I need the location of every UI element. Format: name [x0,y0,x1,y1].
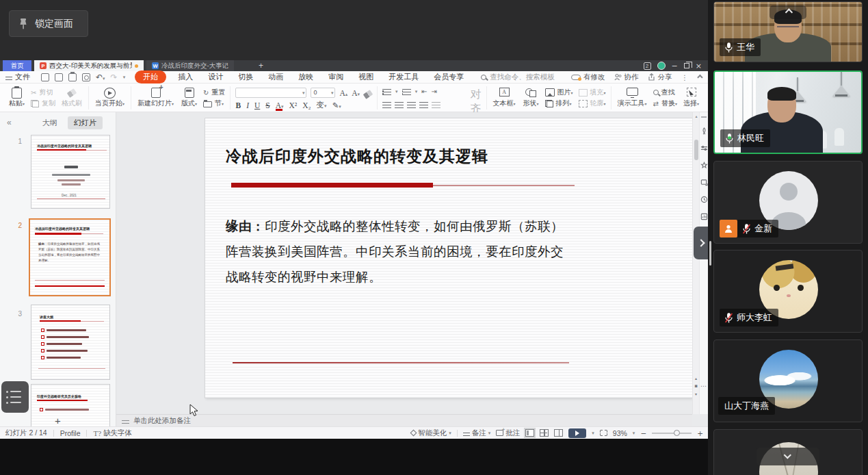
collapse-panel-button[interactable]: « [0,118,18,127]
zoom-options-icon[interactable]: ▾ [633,431,635,436]
print-icon[interactable] [68,73,77,81]
subscript-button[interactable]: X₂ [302,101,311,110]
participant-tile-shidalihong[interactable]: 师大李虹 [713,250,863,333]
participant-tile-shandadinghaiyan[interactable]: 山大丁海燕 [713,339,863,422]
zoom-slider-knob[interactable] [674,430,680,436]
distribute-button[interactable] [432,101,440,108]
increase-font-icon[interactable]: A▴ [339,89,347,97]
text-box-button[interactable]: A 文本框▾ [492,86,517,110]
replace-button[interactable]: ⇄ 替换▾ [653,99,677,108]
reading-view-button[interactable] [554,429,563,437]
tab-document-pptx[interactable]: P 西交大-印美关系的发展与前景.pptx [34,60,144,71]
vertical-scrollbar[interactable]: ▴ ▴ ▪ ▾ [692,112,699,414]
menu-transition[interactable]: 切换 [231,72,261,82]
print-preview-icon[interactable] [82,73,90,81]
minimize-button[interactable]: − [672,62,678,70]
next-slide-icon[interactable]: ▾ [695,391,697,396]
sync-status[interactable]: 有修改 [571,73,605,82]
zoom-out-button[interactable]: − [640,429,646,437]
reset-button[interactable]: ↻ 重置 [203,88,225,97]
slideshow-play-button[interactable] [568,428,586,438]
slide-thumbnail-1[interactable]: 冷战后印度外交战略的转变及其逻辑 Dec., 2021 [31,135,110,209]
scroll-up-icon[interactable]: ▴ [694,114,699,118]
undo-icon[interactable]: ↶▾ [96,73,105,82]
layout-button[interactable]: 版式▾ [180,86,198,110]
slide-thumbnail-2-selected[interactable]: 冷战后印度外交战略的转变及其逻辑 缘由：印度外交战略的整体性转变，如何由俄罗斯（… [29,218,111,296]
collapse-strip-button[interactable] [770,5,806,19]
close-button[interactable]: × [696,62,702,70]
rocket-icon[interactable] [700,127,708,135]
tab-document-docx[interactable]: W 冷战后印度外交-大事记.docx [146,60,234,71]
align-left-button[interactable] [382,101,391,108]
new-document-icon[interactable] [41,73,49,81]
collapse-ribbon-icon[interactable] [697,74,702,79]
shapes-button[interactable]: 形状▾ [522,86,540,110]
outline-tab[interactable]: 大纲 [36,116,64,129]
align-center-button[interactable] [395,101,404,108]
zoom-slider[interactable] [652,433,692,434]
floating-annotation-widget[interactable] [1,381,29,413]
slide-canvas[interactable]: 冷战后印度外交战略的转变及其逻辑 缘由：印度外交战略的整体性转变，如何由俄罗斯（… [116,112,692,414]
slide-sorter-view-button[interactable] [540,429,549,437]
superscript-button[interactable]: X² [289,101,298,110]
scrollbar-thumb[interactable] [694,140,698,160]
normal-view-button[interactable] [525,429,534,437]
strip-handle-icon[interactable] [701,116,707,118]
more-options-icon[interactable]: ⋮ [681,73,689,81]
cut-button[interactable]: ✂ 剪切 [31,88,55,97]
participant-tile-partial[interactable] [713,429,863,475]
strip-more-icon[interactable]: ⋯ [700,383,707,389]
notes-bar[interactable]: 单击此处添加备注 [116,414,692,426]
slide-body-text[interactable]: 缘由：印度外交战略的整体性转变，如何由俄罗斯（苏联） 阵营装换到美国阵营。中印关… [226,214,571,290]
expand-panel-handle[interactable] [694,227,708,259]
underline-button[interactable]: U [254,101,260,110]
play-options-icon[interactable]: ▾ [592,431,594,436]
outline-button[interactable]: 轮廓▾ [579,99,606,108]
sidebar-scrollbar[interactable] [709,241,711,266]
decrease-indent-icon[interactable]: ⇤ [421,88,427,95]
strikethrough-button[interactable]: S [265,101,269,110]
play-from-current-button[interactable]: 当页开始▾ [94,86,126,110]
new-slide-button[interactable]: 新建幻灯片▾ [136,86,175,110]
find-button[interactable]: 查找 [653,88,677,97]
comments-button[interactable]: 批注 [496,428,520,438]
font-family-select[interactable]: ▾ [235,88,306,98]
menu-devtools[interactable]: 开发工具 [381,72,426,82]
participant-tile-jinxin[interactable]: 金新 [713,161,863,244]
missing-font-warning[interactable]: T? 缺失字体 [93,428,132,438]
format-painter-button[interactable]: 格式刷 [60,86,83,110]
profile-indicator[interactable]: Profile [60,429,81,437]
zoom-in-button[interactable]: + [697,429,703,437]
section-button[interactable]: 节▾ [203,99,225,108]
decrease-font-icon[interactable]: A▾ [352,89,360,97]
menu-slideshow[interactable]: 放映 [291,72,321,82]
menu-review[interactable]: 审阅 [321,72,351,82]
font-color-button[interactable]: A▾ [276,101,284,110]
menu-home-active[interactable]: 开始 [135,70,166,84]
clear-format-icon[interactable] [363,90,373,99]
fill-button[interactable]: 填充▾ [579,88,606,97]
participant-tile-linminwang-active[interactable]: 林民旺 [713,70,863,154]
slides-tab[interactable]: 幻灯片 [68,116,103,129]
slide-thumbnail-3[interactable]: 讲座大纲 [31,305,110,380]
bold-button[interactable]: B [235,101,241,110]
new-tab-button[interactable]: + [252,60,270,71]
chart-icon[interactable] [700,213,708,220]
increase-indent-icon[interactable]: ⇥ [432,88,437,95]
italic-button[interactable]: I [246,101,249,110]
bullets-button[interactable] [382,88,391,95]
arrange-button[interactable]: 排列▾ [545,99,573,108]
highlight-pen-icon[interactable]: ✎▾ [332,101,341,110]
picture-button[interactable]: 图片▾ [545,88,573,97]
lock-screen-button[interactable]: 锁定画面 [9,10,88,37]
align-right-button[interactable] [407,101,416,108]
sliders-icon[interactable] [700,144,708,152]
redo-icon[interactable]: ↷ [111,73,118,82]
numbering-button[interactable] [402,88,411,95]
notes-toggle-button[interactable]: 备注▾ [463,428,491,438]
quick-access-dropdown-icon[interactable]: ▾ [123,75,126,80]
slide-title[interactable]: 冷战后印度外交战略的转变及其逻辑 [226,146,488,167]
menu-design[interactable]: 设计 [200,72,231,82]
share-button[interactable]: 分享 [648,73,672,82]
menu-file[interactable]: 文件 [0,72,36,82]
